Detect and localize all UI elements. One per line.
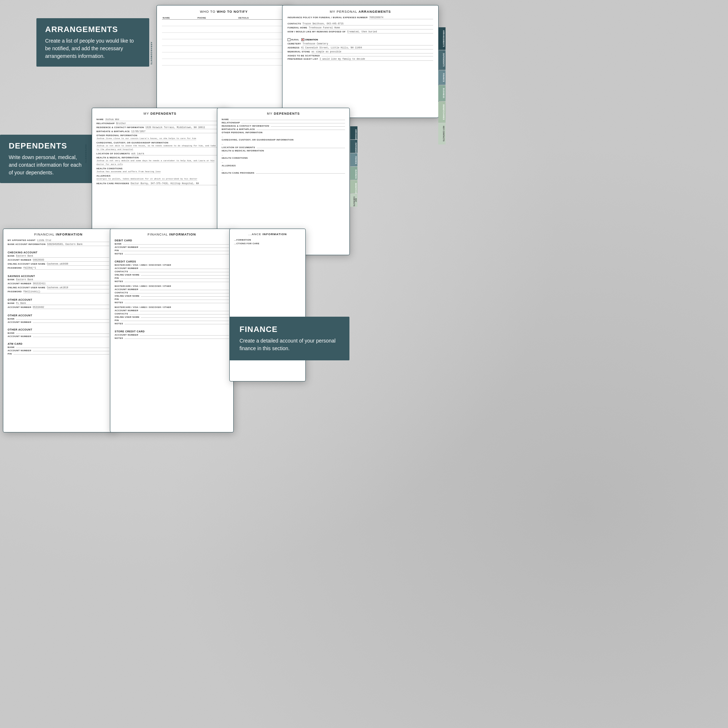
cc1-user-value	[141, 275, 229, 275]
store-account-value	[140, 335, 229, 336]
cc1-type-row: MASTERCARD / VISA / AMEX / DISCOVER / OT…	[115, 264, 229, 266]
notify-row-2	[162, 26, 286, 33]
remains-row: HOW I WOULD LIKE MY REMAINS DISPOSED OF …	[288, 31, 433, 34]
dep2-conditions-value	[222, 160, 223, 163]
cemetery-row: CEMETERY Treehouse Cemetery	[288, 43, 433, 46]
other2-bank-label: BANK	[8, 318, 15, 320]
debit-notes-value	[124, 254, 229, 254]
funeral-home-value: Treehouse Funeral Home	[309, 27, 433, 29]
cc1-contacts-value	[130, 272, 229, 272]
cc3-type-row: MASTERCARD / VISA / AMEX / DISCOVER / OT…	[115, 306, 229, 308]
cemetery-value: Treehouse Cemetery	[303, 43, 433, 46]
savings-bank-value: Eastern Bank	[16, 278, 109, 281]
cc3-account-value	[140, 311, 229, 311]
notify-row-1	[162, 20, 286, 26]
checking-bank-value: Eastern Bank	[16, 255, 109, 258]
fin-right-header: ...ANCE INFORMATION	[234, 232, 301, 236]
tab-beneficiaries[interactable]: BENEFICIARIES	[438, 102, 445, 123]
dep2-health-label: HEALTH & MEDICAL INFORMATION	[222, 150, 345, 152]
dep-res-row: RESIDENCE & CONTACT INFORMATION 1620 Kes…	[96, 126, 223, 129]
savings-bank-row: BANK Eastern Bank	[8, 278, 109, 281]
other1-account-row: ACCOUNT NUMBER 05310402	[8, 306, 109, 309]
savings-bank-label: BANK	[8, 278, 15, 281]
dep-providers-value: Doctor Burny, 347-375-7416, Hilltop Hosp…	[131, 182, 223, 185]
other2-account-label: ACCOUNT NUMBER	[8, 321, 31, 323]
store-notes-row: NOTES	[115, 337, 229, 339]
fin-right-block2: ...CTIONS FOR CARE	[234, 242, 301, 245]
dep-conditions-label: HEALTH CONDITIONS	[96, 167, 223, 170]
fin-bankacct-label: BANK ACCOUNT INFORMATION	[8, 243, 46, 245]
fin-bankacct-value: 56829456503, Eastern Bank	[47, 243, 109, 246]
other3-bank-value	[16, 333, 109, 334]
dep2-name-value	[230, 120, 345, 120]
other1-account-label: ACCOUNT NUMBER	[8, 306, 31, 308]
dep-res-value: 1620 Keswick Terrace, Middletown, NH 100…	[145, 126, 223, 129]
fin-right-block1: ...FORMATION	[234, 239, 301, 241]
dep-tab-key-contacts[interactable]: KEY CONTACTS	[350, 194, 358, 207]
notify-col-details: DETAILS	[238, 16, 286, 20]
dep2-rel-row: RELATIONSHIP	[222, 122, 345, 124]
debit-account-label: ACCOUNT NUMBER	[115, 246, 138, 248]
dep2-caregiving-block: CAREGIVING, CUSTODY, OR GUARDIANSHIP INF…	[222, 139, 345, 145]
other2-bank-row: BANK	[8, 318, 109, 320]
dep-caregiving-value: Joshua is not able to leave the house, s…	[96, 145, 221, 151]
dep-allergies-value: allergic to pollen, takes medication for…	[96, 177, 197, 180]
cemetery-label: CEMETERY	[288, 43, 301, 45]
funeral-home-row: FUNERAL HOME Treehouse Funeral Home	[288, 27, 433, 29]
fin-bankacct-row: BANK ACCOUNT INFORMATION 56829456503, Ea…	[8, 243, 109, 246]
cc1-account-row: ACCOUNT NUMBER	[115, 267, 229, 269]
store-account-label: ACCOUNT NUMBER	[115, 334, 138, 336]
other2-account-row: ACCOUNT NUMBER	[8, 321, 109, 323]
other1-title: OTHER ACCOUNT	[8, 298, 109, 301]
tab-business[interactable]: BUSINESS	[438, 85, 445, 101]
dep-locdocs-label: LOCATION OF DOCUMENTS	[96, 153, 130, 155]
cc2-user-label: ONLINE USER NAME	[115, 295, 139, 297]
dep-tab-arrangements[interactable]: ARRANGEMENTS	[350, 126, 358, 139]
dep-allergies-label: ALLERGIES	[96, 175, 223, 177]
debit-title: DEBIT CARD	[115, 239, 229, 242]
dep-rel-label: RELATIONSHIP	[96, 122, 115, 124]
checking-user-value: Cashenne.uk8490	[47, 263, 109, 266]
dep2-conditions-block: HEALTH CONDITIONS	[222, 157, 345, 163]
dep-health-value: Joshua is not very mobile and some days …	[96, 159, 214, 166]
cc3-notes-value	[124, 324, 229, 324]
savings-pass-value: fde1linski()	[23, 291, 109, 294]
dep-tab-dependents[interactable]: DEPENDENTS	[350, 140, 358, 153]
address-value: 41 Cavendish Street, Little Hills, NH 11…	[301, 47, 433, 49]
checking-user-label: ONLINE ACCOUNT USER NAME	[8, 263, 46, 265]
savings-account-value: 301532411	[33, 283, 109, 285]
other2-bank-value	[16, 319, 109, 320]
dep-name-value: Joshua Wee	[105, 118, 223, 121]
savings-user-label: ONLINE ACCOUNT USER NAME	[8, 286, 46, 289]
dep-tab-business[interactable]: BUSINESS	[350, 167, 358, 180]
notify-row-6	[162, 52, 286, 59]
cc3-user-row: ONLINE USER NAME	[115, 316, 229, 318]
dep2-locdocs-label: LOCATION OF DOCUMENTS	[222, 146, 255, 148]
dep2-locdocs-row: LOCATION OF DOCUMENTS	[222, 146, 345, 148]
dependents-description: Write down personal, medical, and contac…	[9, 154, 86, 177]
memorial-label: MEMORIAL STONE	[288, 50, 310, 53]
debit-pin-row: PIN	[115, 249, 229, 252]
tab-arrangements[interactable]: ARRANGEMENTS	[438, 27, 445, 50]
dep-tab-beneficiaries[interactable]: BENEFICIARIES	[350, 180, 358, 193]
tab-key-contacts[interactable]: KEY CONTACTS	[438, 123, 445, 145]
dep-providers-label: HEALTH CARE PROVIDERS	[96, 182, 129, 185]
tab-finance[interactable]: FINANCE	[438, 70, 445, 85]
cc3-user-value	[141, 317, 229, 318]
atm-pin-value	[14, 354, 109, 355]
dep-other-value: Joshua lives close to our cousin Laura's…	[96, 137, 196, 140]
credit-title: CREDIT CARDS	[115, 260, 229, 263]
tab-dependents[interactable]: DEPENDENTS	[438, 50, 445, 70]
dep-locdocs-row: LOCATION OF DOCUMENTS ask Laura	[96, 153, 223, 155]
cc1-pin-row: PIN	[115, 277, 229, 279]
insurance-row: INSURANCE POLICY FOR FUNERAL / BURIAL EX…	[288, 16, 433, 19]
dep-tab-finance[interactable]: FINANCE	[350, 153, 358, 166]
fin-agent-row: MY APPOINTED AGENT Linda Cruz	[8, 239, 109, 242]
dep2-caregiving-value	[222, 142, 223, 145]
who-to-notify-page: WHO TO WHO TO NOTIFY NAME PHONE DETAILS	[156, 5, 291, 114]
cc3-contacts-value	[130, 314, 229, 315]
savings-user-value: Cashenne.uk1010	[47, 286, 109, 289]
cc2-user-row: ONLINE USER NAME	[115, 295, 229, 297]
dep2-providers-value	[256, 173, 345, 174]
memorial-value: as simple as possible	[312, 50, 433, 54]
